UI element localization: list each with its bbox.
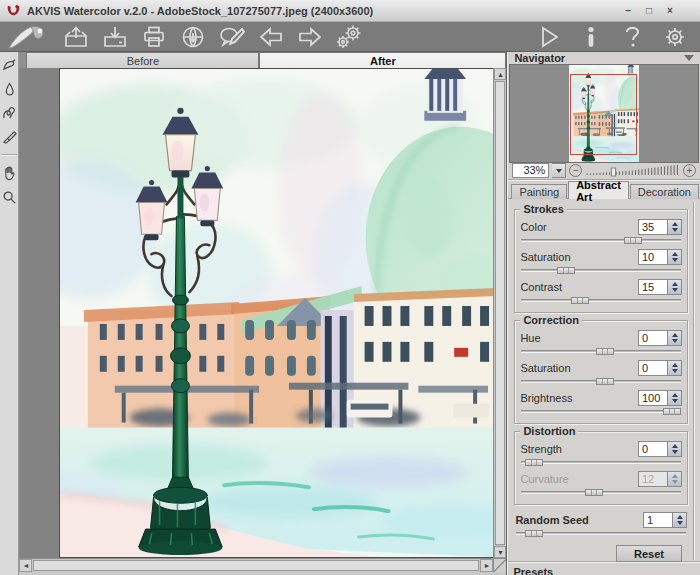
strokes-group: Strokes Color 35 Saturation 10 Contrast … [514, 209, 688, 313]
watercolor-image[interactable] [59, 68, 497, 558]
spinner-buttons[interactable] [668, 441, 682, 457]
saturation2-slider[interactable] [521, 377, 681, 387]
spinner-buttons[interactable] [668, 360, 682, 376]
distortion-group: Distortion Strength 0 Curvature 12 [514, 431, 688, 505]
scroll-left-arrow[interactable]: ◄ [19, 559, 32, 572]
color-spinbox[interactable]: 35 [638, 219, 682, 235]
group-title: Correction [520, 314, 582, 326]
hue-slider[interactable] [521, 347, 681, 357]
zoom-slider[interactable] [585, 164, 680, 178]
title-bar: AKVIS Watercolor v.2.0 - AdobeStock_1072… [0, 0, 700, 22]
share-brush-icon[interactable] [217, 24, 247, 50]
navigator-view-frame[interactable] [570, 74, 637, 155]
run-icon[interactable] [534, 24, 564, 50]
history-smudge-icon[interactable] [0, 104, 18, 122]
scroll-groove [693, 202, 695, 560]
zoom-out-button[interactable]: − [569, 164, 582, 177]
minimize-button[interactable]: – [622, 5, 634, 17]
tab-abstract-art[interactable]: Abstract Art [568, 181, 629, 199]
spinner-buttons[interactable] [668, 390, 682, 406]
print-icon[interactable] [139, 24, 169, 50]
publish-web-icon[interactable] [178, 24, 208, 50]
saturation2-value[interactable]: 0 [638, 360, 668, 376]
image-viewport[interactable]: ▲ ▼ ◄ ► [19, 68, 506, 575]
akvis-logo [6, 24, 52, 50]
reset-button[interactable]: Reset [616, 545, 682, 562]
zoom-in-button[interactable]: + [683, 164, 696, 177]
saturation-value[interactable]: 10 [638, 249, 668, 265]
save-image-icon[interactable] [100, 24, 130, 50]
spinner-buttons[interactable] [668, 249, 682, 265]
horizontal-scrollbar[interactable]: ◄ ► [19, 558, 493, 572]
presets-title: Presets [513, 566, 695, 575]
random-seed-spinbox[interactable]: 1 [643, 512, 687, 528]
param-label-contrast: Contrast [520, 281, 638, 293]
brightness-slider[interactable] [521, 407, 681, 417]
tab-after[interactable]: After [259, 52, 506, 68]
tab-decoration[interactable]: Decoration [630, 184, 699, 199]
redo-icon[interactable] [295, 24, 325, 50]
scroll-down-arrow[interactable]: ▼ [494, 546, 506, 558]
presets-section: Presets Save Delete Reset [508, 562, 700, 575]
canvas-area: Before After ▲ ▼ ◄ ► [19, 52, 507, 575]
saturation-slider[interactable] [521, 266, 681, 276]
zoom-slider-thumb [612, 168, 616, 176]
vertical-scrollbar[interactable]: ▲ ▼ [493, 68, 506, 558]
close-button[interactable]: × [664, 5, 676, 17]
horizontal-scroll-thumb[interactable] [33, 560, 479, 571]
zoom-dropdown-button[interactable] [552, 163, 566, 178]
navigator-thumbnail[interactable] [569, 65, 639, 162]
saturation2-spinbox[interactable]: 0 [638, 360, 682, 376]
tab-before[interactable]: Before [26, 52, 259, 68]
vertical-scroll-thumb[interactable] [495, 81, 505, 545]
spinner-buttons[interactable] [673, 512, 687, 528]
main-toolbar [0, 22, 700, 52]
contrast-value[interactable]: 15 [638, 279, 668, 295]
collapse-triangle-icon[interactable] [684, 55, 694, 61]
preview-brush-icon[interactable] [0, 56, 18, 74]
param-label-strength: Strength [520, 443, 638, 455]
open-image-icon[interactable] [61, 24, 91, 50]
brightness-spinbox[interactable]: 100 [638, 390, 682, 406]
strength-slider[interactable] [521, 458, 681, 468]
brightness-value[interactable]: 100 [638, 390, 668, 406]
scroll-right-arrow[interactable]: ► [480, 559, 493, 572]
contrast-spinbox[interactable]: 15 [638, 279, 682, 295]
navigator-preview[interactable] [509, 64, 699, 163]
resize-grip[interactable] [493, 558, 506, 572]
strength-spinbox[interactable]: 0 [638, 441, 682, 457]
param-label-hue: Hue [520, 332, 638, 344]
param-label-brightness: Brightness [520, 392, 638, 404]
blur-drop-icon[interactable] [0, 80, 18, 98]
saturation-spinbox[interactable]: 10 [638, 249, 682, 265]
tool-strip [0, 52, 19, 575]
info-icon[interactable] [576, 24, 606, 50]
random-seed-slider[interactable] [516, 529, 686, 539]
random-seed-value[interactable]: 1 [643, 512, 673, 528]
zoom-tool-icon[interactable] [0, 188, 18, 206]
batch-gears-icon[interactable] [334, 24, 364, 50]
preferences-icon[interactable] [660, 24, 690, 50]
color-value[interactable]: 35 [638, 219, 668, 235]
parameters-area: Strokes Color 35 Saturation 10 Contrast … [508, 199, 700, 562]
undo-icon[interactable] [256, 24, 286, 50]
contrast-slider[interactable] [521, 296, 681, 306]
help-icon[interactable] [618, 24, 648, 50]
param-label-saturation: Saturation [520, 251, 638, 263]
hue-spinbox[interactable]: 0 [638, 330, 682, 346]
curvature-value: 12 [638, 471, 668, 487]
tab-painting[interactable]: Painting [511, 184, 567, 199]
color-slider[interactable] [521, 236, 681, 246]
hue-value[interactable]: 0 [638, 330, 668, 346]
maximize-button[interactable]: □ [643, 5, 655, 17]
spinner-buttons[interactable] [668, 330, 682, 346]
akvis-app-icon [6, 3, 21, 18]
hand-icon[interactable] [0, 164, 18, 182]
strength-value[interactable]: 0 [638, 441, 668, 457]
param-label-curvature: Curvature [520, 473, 638, 485]
spinner-buttons[interactable] [668, 279, 682, 295]
scroll-up-arrow[interactable]: ▲ [494, 68, 506, 80]
eraser-knife-icon[interactable] [0, 128, 18, 146]
spinner-buttons[interactable] [668, 219, 682, 235]
zoom-input[interactable]: 33% [512, 163, 549, 178]
